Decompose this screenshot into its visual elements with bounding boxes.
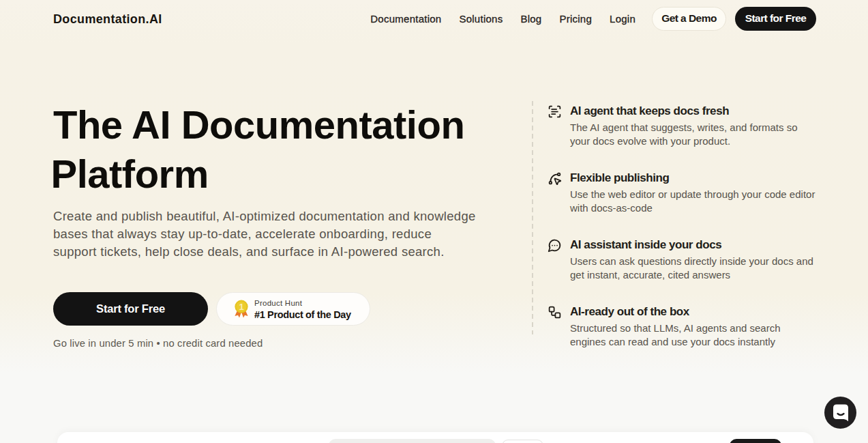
svg-text:1: 1 — [239, 302, 243, 312]
